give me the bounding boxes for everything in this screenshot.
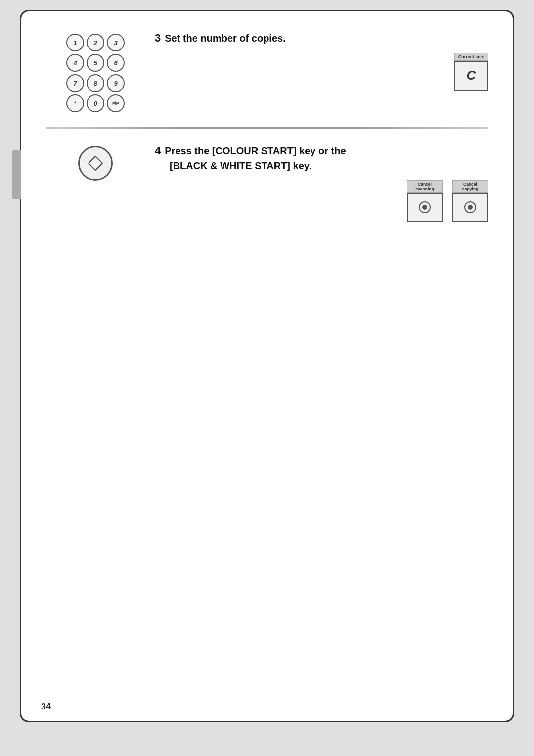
cancel-buttons-row: Cancel scanning Cancel copying [155, 180, 488, 222]
stop-copying-inner [468, 205, 473, 210]
step3-left: 1 2 3 4 5 6 7 8 9 * 0 #/P [46, 31, 145, 112]
correct-sets-label: Correct sets [454, 53, 488, 61]
cancel-copying-button[interactable] [452, 193, 488, 222]
key-9[interactable]: 9 [107, 74, 125, 92]
key-5[interactable]: 5 [87, 54, 104, 72]
cancel-scanning-wrapper: Cancel scanning [407, 180, 443, 222]
step4-heading-line1: Press the [COLOUR START] key or the [165, 145, 346, 156]
key-3[interactable]: 3 [107, 34, 125, 51]
key-0[interactable]: 0 [87, 94, 104, 112]
step4-number: 4 [155, 144, 161, 157]
step4-heading-line2: [BLACK & WHITE START] key. [170, 160, 312, 171]
step3-heading-text: Set the number of copies. [165, 33, 285, 44]
stop-scanning-icon [419, 201, 431, 213]
cancel-copying-label: Cancel copying [452, 180, 488, 193]
key-6[interactable]: 6 [107, 54, 125, 72]
step4-left [46, 143, 145, 181]
step3-right: 3Set the number of copies. Correct sets … [145, 31, 488, 91]
key-4[interactable]: 4 [66, 54, 84, 72]
step4-right: 4Press the [COLOUR START] key or the [BL… [145, 143, 488, 222]
correct-sets-wrapper: Correct sets C [454, 53, 488, 91]
cancel-copying-wrapper: Cancel copying [452, 180, 488, 222]
step3-number: 3 [155, 32, 161, 44]
diamond-icon [88, 155, 103, 171]
section-divider [46, 127, 488, 129]
cancel-scanning-label: Cancel scanning [407, 180, 443, 193]
key-1[interactable]: 1 [66, 34, 84, 51]
correct-sets-symbol: C [467, 68, 476, 83]
cancel-scanning-button[interactable] [407, 193, 443, 222]
key-7[interactable]: 7 [66, 74, 84, 92]
page-container: 1 2 3 4 5 6 7 8 9 * 0 #/P 3Set the numbe… [20, 10, 514, 722]
key-2[interactable]: 2 [87, 34, 104, 51]
stop-copying-icon [464, 201, 476, 213]
key-hash[interactable]: #/P [107, 94, 125, 112]
page-number: 34 [41, 702, 51, 712]
correct-sets-group: Correct sets C [155, 53, 488, 91]
stop-scanning-inner [422, 205, 427, 210]
start-button[interactable] [78, 146, 113, 181]
step3-heading: 3Set the number of copies. [155, 31, 488, 46]
correct-sets-button[interactable]: C [454, 61, 488, 91]
key-8[interactable]: 8 [87, 74, 104, 92]
key-star[interactable]: * [66, 94, 84, 112]
step3-section: 1 2 3 4 5 6 7 8 9 * 0 #/P 3Set the numbe… [46, 31, 488, 112]
step4-heading: 4Press the [COLOUR START] key or the [BL… [155, 143, 488, 173]
side-tab [12, 150, 21, 199]
step4-section: 4Press the [COLOUR START] key or the [BL… [46, 143, 488, 222]
keypad: 1 2 3 4 5 6 7 8 9 * 0 #/P [66, 34, 125, 112]
